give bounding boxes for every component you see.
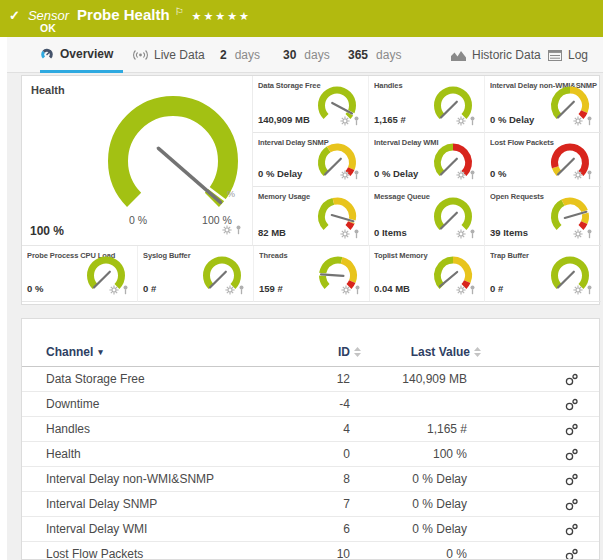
channel-settings-icon[interactable] <box>564 523 579 536</box>
channel-last-value-cell: 0 % <box>362 542 482 560</box>
channel-table-panel: Channel▾IDLast Value Data Storage Free12… <box>21 318 600 560</box>
channel-settings-icon[interactable] <box>564 398 579 411</box>
gauge-action-icons <box>456 170 476 180</box>
tab-live-data[interactable]: Live Data <box>133 37 215 73</box>
gauge-action-icons <box>340 170 360 180</box>
gauge-action-icons <box>573 170 593 180</box>
left-gutter <box>0 37 7 560</box>
tab-bar: OverviewLive Data2days30days365daysHisto… <box>7 37 603 73</box>
pin-icon[interactable] <box>353 116 360 126</box>
pin-icon[interactable] <box>469 116 476 126</box>
column-header-channel[interactable]: Channel▾ <box>22 319 322 367</box>
gauge-value: 0 % Delay <box>258 168 302 179</box>
gauge-cell-lost-flow-packets: Lost Flow Packets0 % <box>485 133 601 187</box>
channel-settings-icon[interactable] <box>564 498 579 511</box>
gear-icon[interactable] <box>456 170 466 180</box>
pin-icon[interactable] <box>354 285 361 295</box>
gauge-action-icons <box>341 285 361 295</box>
tab-historic-data[interactable]: Historic Data <box>451 37 551 73</box>
channel-settings-icon[interactable] <box>564 423 579 436</box>
tab-label: days <box>304 48 329 62</box>
historic-data-icon <box>451 49 466 61</box>
gauge-value: 1,165 # <box>374 114 406 125</box>
pin-icon[interactable] <box>469 229 476 239</box>
pin-icon[interactable] <box>469 170 476 180</box>
gauge-cell-interval-delay-non-wmi-snmp: Interval Delay non-WMI&SNMP0 % Delay <box>485 76 601 133</box>
gauge-cell-message-queue: Message Queue0 Items <box>369 187 485 246</box>
channel-actions-cell <box>482 392 600 417</box>
prtg-sensor-page: ✓ Sensor Probe Health ⚐ ★★★★★ OK Overvie… <box>0 0 603 560</box>
gauges-panel: Health 0 % 100 % % 100 % Data Storage Fr… <box>21 75 600 305</box>
tab-label: Historic Data <box>472 48 541 62</box>
big-gauge-value: 100 % <box>30 224 64 238</box>
pin-icon[interactable] <box>586 285 593 295</box>
gear-icon[interactable] <box>456 229 466 239</box>
tab-label: Log <box>568 48 588 62</box>
gauge-cell-data-storage-free: Data Storage Free140,909 MB <box>253 76 369 133</box>
channel-name-cell: Downtime <box>22 392 322 417</box>
channel-name-cell: Data Storage Free <box>22 367 322 392</box>
channel-actions-cell <box>482 367 600 392</box>
gauge-actions <box>341 281 361 299</box>
table-row: Interval Delay WMI60 % Delay <box>22 517 600 542</box>
gear-icon[interactable] <box>456 116 466 126</box>
priority-flag-icon[interactable]: ⚐ <box>175 6 184 17</box>
gauge-action-icons <box>109 285 129 295</box>
column-label: ID <box>338 345 350 359</box>
pin-icon[interactable] <box>122 285 129 295</box>
pin-icon[interactable] <box>469 285 476 295</box>
gear-icon[interactable] <box>573 116 583 126</box>
overview-gauge-icon <box>40 47 54 61</box>
channel-settings-icon[interactable] <box>564 448 579 461</box>
channel-settings-icon[interactable] <box>564 473 579 486</box>
live-data-icon <box>133 49 148 61</box>
gear-icon[interactable] <box>341 285 351 295</box>
gear-icon[interactable] <box>573 285 583 295</box>
pin-icon[interactable] <box>235 225 242 235</box>
channel-settings-icon[interactable] <box>564 373 579 386</box>
table-row: Downtime-4 <box>22 392 600 417</box>
pin-icon[interactable] <box>238 285 245 295</box>
priority-stars[interactable]: ★★★★★ <box>192 10 251 23</box>
gauge-action-icons <box>573 229 593 239</box>
object-kind-label: Sensor <box>28 8 69 23</box>
gauge-actions <box>109 281 129 299</box>
channel-actions-cell <box>482 517 600 542</box>
pin-icon[interactable] <box>586 229 593 239</box>
gear-icon[interactable] <box>222 225 232 235</box>
gauge-action-icons <box>573 285 593 295</box>
gauge-actions <box>456 225 476 243</box>
log-icon <box>548 50 562 61</box>
gauge-cell-toplist-memory: Toplist Memory0.04 MB <box>369 246 485 302</box>
tab-label: Live Data <box>154 48 205 62</box>
gear-icon[interactable] <box>340 116 350 126</box>
tab-2-days[interactable]: 2days <box>220 37 270 73</box>
gear-icon[interactable] <box>340 170 350 180</box>
channel-actions-cell <box>482 542 600 560</box>
channel-id-cell: 0 <box>322 442 362 467</box>
pin-icon[interactable] <box>586 170 593 180</box>
gauge-action-icons <box>456 285 476 295</box>
column-header-id[interactable]: ID <box>322 319 362 367</box>
gear-icon[interactable] <box>573 229 583 239</box>
pin-icon[interactable] <box>586 116 593 126</box>
gear-icon[interactable] <box>456 285 466 295</box>
gauge-cell-memory-usage: Memory Usage82 MB <box>253 187 369 246</box>
tab-30-days[interactable]: 30days <box>283 37 340 73</box>
pin-icon[interactable] <box>353 229 360 239</box>
tab-365-days[interactable]: 365days <box>348 37 411 73</box>
tab-log[interactable]: Log <box>548 37 598 73</box>
gear-icon[interactable] <box>109 285 119 295</box>
gauge-unit-label: % <box>227 189 235 199</box>
gear-icon[interactable] <box>340 229 350 239</box>
channel-settings-icon[interactable] <box>564 548 579 560</box>
column-label: Last Value <box>411 345 470 359</box>
gear-icon[interactable] <box>573 170 583 180</box>
tab-overview[interactable]: Overview <box>40 37 123 73</box>
pin-icon[interactable] <box>353 170 360 180</box>
channel-last-value-cell: 1,165 # <box>362 417 482 442</box>
column-header-last-value[interactable]: Last Value <box>362 319 482 367</box>
gear-icon[interactable] <box>225 285 235 295</box>
gauge-value: 39 Items <box>490 227 528 238</box>
channel-last-value-cell <box>362 392 482 417</box>
